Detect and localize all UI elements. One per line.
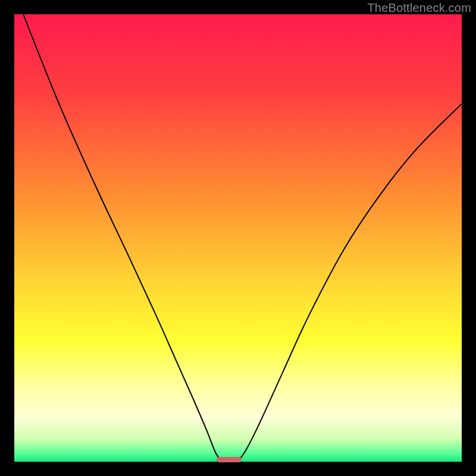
curve-layer xyxy=(14,14,462,462)
chart-frame: TheBottleneck.com xyxy=(0,0,476,476)
curve-left xyxy=(23,14,223,462)
plot-area xyxy=(14,14,462,462)
curve-right xyxy=(238,104,462,462)
bottleneck-marker xyxy=(217,457,241,462)
watermark-text: TheBottleneck.com xyxy=(367,1,471,15)
